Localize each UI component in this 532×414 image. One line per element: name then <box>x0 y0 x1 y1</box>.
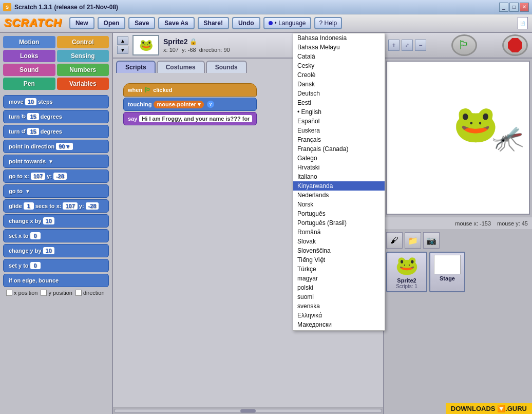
tab-costumes[interactable]: Costumes <box>157 61 205 73</box>
category-looks[interactable]: Looks <box>3 50 55 62</box>
lang-kinyarwanda[interactable]: Kinyarwanda <box>293 181 385 191</box>
language-button[interactable]: • Language <box>263 17 311 29</box>
lang-italiano[interactable]: Italiano <box>293 172 385 181</box>
category-sound[interactable]: Sound <box>3 64 55 76</box>
close-button[interactable]: ✕ <box>520 3 529 12</box>
maximize-button[interactable]: □ <box>509 3 519 12</box>
lang-bahasa-melayu[interactable]: Bahasa Melayu <box>293 43 385 52</box>
say-text-value[interactable]: Hi I am Froggy, and your name is??? for <box>139 115 252 122</box>
scripts-scrollbar[interactable] <box>113 407 383 414</box>
sprite-thumb-sprite2[interactable]: 🐸 Sprite2 Scripts: 1 <box>386 252 427 292</box>
sprite-info: Sprite2 🔒 x: 107 y: -68 direction: 90 <box>163 37 230 53</box>
lang-suomi[interactable]: suomi <box>293 292 385 302</box>
checkbox-x-position[interactable]: x position <box>6 290 37 296</box>
touching-dropdown[interactable]: mouse-pointer ▾ <box>154 101 203 108</box>
lang-francais[interactable]: Français <box>293 135 385 144</box>
lang-slovak[interactable]: Slovak <box>293 237 385 246</box>
language-dropdown[interactable]: Bahasa Indonesia Bahasa Melayu Català Ce… <box>293 33 385 331</box>
script-say[interactable]: say Hi I am Froggy, and your name is??? … <box>123 112 257 125</box>
help-button[interactable]: ? Help <box>314 17 343 29</box>
lang-cesky[interactable]: Cesky <box>293 61 385 70</box>
category-numbers[interactable]: Numbers <box>57 64 109 76</box>
lang-macedonian[interactable]: Македонски <box>293 320 385 329</box>
lang-turkce[interactable]: Türkçe <box>293 265 385 274</box>
new-sprite-camera-button[interactable]: 📷 <box>423 232 440 249</box>
block-turn-cw[interactable]: turn ↻ 15 degrees <box>3 110 109 123</box>
x-position-checkbox[interactable] <box>6 290 12 296</box>
undo-button[interactable]: Undo <box>232 17 260 29</box>
sprite-nav-up[interactable]: ▲ <box>117 36 128 45</box>
lang-norsk[interactable]: Norsk <box>293 200 385 209</box>
script-touching[interactable]: touching mouse-pointer ▾ ? <box>123 98 257 111</box>
block-goto-xy[interactable]: go to x: 107 y: -28 <box>3 170 109 183</box>
block-set-x[interactable]: set x to 0 <box>3 229 109 242</box>
scrollbar-thumb[interactable] <box>240 409 256 412</box>
category-pen[interactable]: Pen <box>3 78 55 90</box>
green-flag-button[interactable]: 🏳 <box>451 34 477 56</box>
checkbox-y-position[interactable]: y position <box>41 290 72 296</box>
lang-svenska[interactable]: svenska <box>293 302 385 311</box>
scrollbar-track[interactable] <box>114 409 382 413</box>
lang-greek[interactable]: Ελληνικά <box>293 311 385 320</box>
zoom-fit-button[interactable]: ⤢ <box>402 40 413 51</box>
category-sensing[interactable]: Sensing <box>57 50 109 62</box>
y-position-checkbox[interactable] <box>41 290 47 296</box>
block-change-y[interactable]: change y by 10 <box>3 244 109 257</box>
category-variables[interactable]: Variables <box>57 78 109 90</box>
stage-bug-sprite: 🦟 <box>492 123 524 153</box>
script-when-clicked[interactable]: when 🏳 clicked <box>123 83 257 97</box>
block-point-towards[interactable]: point towards ▼ <box>3 155 109 168</box>
save-button[interactable]: Save <box>128 17 155 29</box>
category-motion[interactable]: Motion <box>3 36 55 48</box>
lang-slovenscina[interactable]: Slovenščina <box>293 246 385 255</box>
lang-magyar[interactable]: magyar <box>293 274 385 283</box>
lang-espanol[interactable]: Español <box>293 117 385 126</box>
direction-checkbox[interactable] <box>75 290 82 296</box>
lang-francais-canada[interactable]: Français (Canada) <box>293 144 385 154</box>
open-button[interactable]: Open <box>98 17 126 29</box>
new-sprite-folder-button[interactable]: 📁 <box>405 232 421 249</box>
block-glide[interactable]: glide 1 secs to x: 107 y: -28 <box>3 199 109 213</box>
lang-hrvatski[interactable]: Hrvatski <box>293 163 385 172</box>
stop-button[interactable] <box>502 34 528 56</box>
block-goto[interactable]: go to ▼ <box>3 184 109 198</box>
lang-portugues[interactable]: Português <box>293 209 385 218</box>
sprite-y: -68 <box>188 47 196 53</box>
lang-euskera[interactable]: Euskera <box>293 126 385 135</box>
lang-creole[interactable]: Creolè <box>293 70 385 80</box>
lang-bahasa-indonesia[interactable]: Bahasa Indonesia <box>293 33 385 43</box>
save-as-button[interactable]: Save As <box>158 17 194 29</box>
sprite-mini-image: 🐸 <box>139 39 153 52</box>
lang-nederlands[interactable]: Nederlands <box>293 191 385 200</box>
minimize-button[interactable]: _ <box>499 3 508 12</box>
block-change-x[interactable]: change x by 10 <box>3 214 109 228</box>
lang-deutsch[interactable]: Deutsch <box>293 89 385 98</box>
lang-romana[interactable]: Română <box>293 228 385 237</box>
lang-polski[interactable]: polski <box>293 283 385 292</box>
tab-sounds[interactable]: Sounds <box>206 61 247 73</box>
lang-catala[interactable]: Català <box>293 52 385 61</box>
lang-galego[interactable]: Galego <box>293 154 385 163</box>
block-point-direction[interactable]: point in direction 90▼ <box>3 140 109 153</box>
tab-scripts[interactable]: Scripts <box>116 61 156 73</box>
new-sprite-paint-button[interactable]: 🖌 <box>386 232 403 249</box>
lang-portugues-brasil[interactable]: Português (Brasil) <box>293 218 385 228</box>
lang-tieng-viet[interactable]: Tiếng Việt <box>293 255 385 265</box>
block-turn-ccw[interactable]: turn ↺ 15 degrees <box>3 125 109 138</box>
sprite-nav-down[interactable]: ▼ <box>117 46 128 54</box>
lang-dansk[interactable]: Dansk <box>293 80 385 89</box>
share-button[interactable]: Share! <box>198 17 229 29</box>
zoom-in-button[interactable]: + <box>388 40 400 51</box>
checkbox-direction[interactable]: direction <box>75 290 105 296</box>
stage-thumb-item[interactable]: Stage <box>429 252 465 292</box>
block-if-edge[interactable]: if on edge, bounce <box>3 274 109 287</box>
zoom-out-button[interactable]: − <box>415 40 426 51</box>
category-control[interactable]: Control <box>57 36 109 48</box>
lang-eesti[interactable]: Eesti <box>293 98 385 107</box>
sprite-thumbnails-panel: 🖌 📁 📷 🐸 Sprite2 Scripts: 1 Stage <box>384 229 532 414</box>
lang-mongolian[interactable]: Монголоор <box>293 329 385 331</box>
lang-english[interactable]: English <box>293 107 385 117</box>
new-button[interactable]: New <box>69 17 94 29</box>
block-set-y[interactable]: set y to 0 <box>3 259 109 272</box>
block-move[interactable]: move 10 steps <box>3 95 109 108</box>
